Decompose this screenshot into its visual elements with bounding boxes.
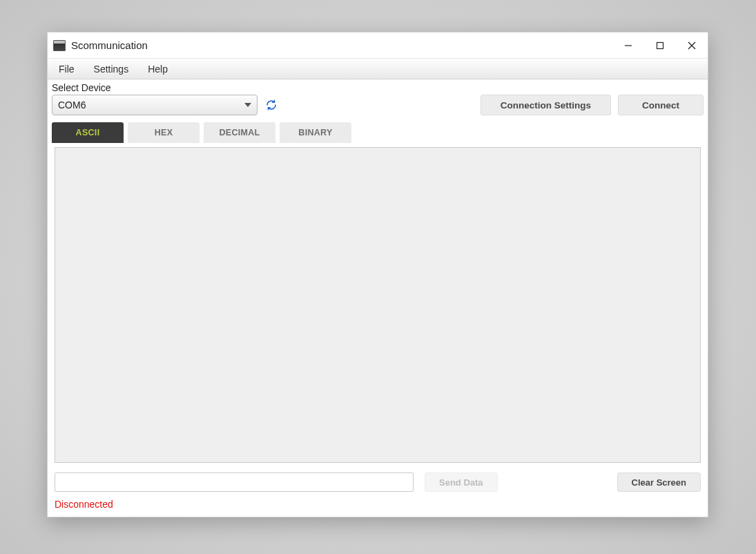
menu-file[interactable]: File — [56, 62, 77, 76]
tab-binary[interactable]: BINARY — [280, 122, 351, 143]
tab-decimal[interactable]: DECIMAL — [204, 122, 275, 143]
close-button[interactable] — [676, 32, 708, 58]
window-controls — [612, 32, 708, 58]
tab-hex[interactable]: HEX — [128, 122, 200, 143]
minimize-button[interactable] — [612, 32, 644, 58]
output-area[interactable] — [55, 147, 701, 463]
clear-screen-button[interactable]: Clear Screen — [617, 472, 701, 492]
format-tabs: ASCII HEX DECIMAL BINARY — [48, 120, 708, 143]
menu-help[interactable]: Help — [145, 62, 171, 76]
send-input[interactable] — [55, 472, 414, 492]
refresh-icon — [265, 99, 278, 111]
app-window: Scommunication File Settings Help Select… — [47, 32, 708, 517]
window-title: Scommunication — [71, 39, 148, 51]
menu-bar: File Settings Help — [48, 59, 708, 79]
minimize-icon — [624, 41, 632, 50]
send-row: Send Data Clear Screen — [48, 463, 708, 496]
title-bar: Scommunication — [48, 32, 708, 59]
connect-button[interactable]: Connect — [618, 95, 704, 115]
maximize-button[interactable] — [644, 32, 676, 58]
toolbar: COM6 Connection Settings Connect — [48, 95, 708, 120]
menu-settings[interactable]: Settings — [91, 62, 132, 76]
select-device-label: Select Device — [48, 79, 708, 95]
chevron-down-icon — [244, 103, 251, 107]
maximize-icon — [656, 41, 664, 50]
device-select-value: COM6 — [58, 99, 86, 111]
device-select[interactable]: COM6 — [52, 95, 258, 115]
connection-settings-button[interactable]: Connection Settings — [481, 95, 611, 115]
svg-rect-1 — [657, 42, 663, 48]
connection-status: Disconnected — [48, 496, 708, 517]
refresh-button[interactable] — [264, 98, 278, 112]
output-container — [48, 143, 708, 463]
close-icon — [688, 41, 696, 50]
tab-ascii[interactable]: ASCII — [52, 122, 124, 143]
send-data-button[interactable]: Send Data — [425, 472, 498, 492]
app-icon — [53, 40, 66, 51]
